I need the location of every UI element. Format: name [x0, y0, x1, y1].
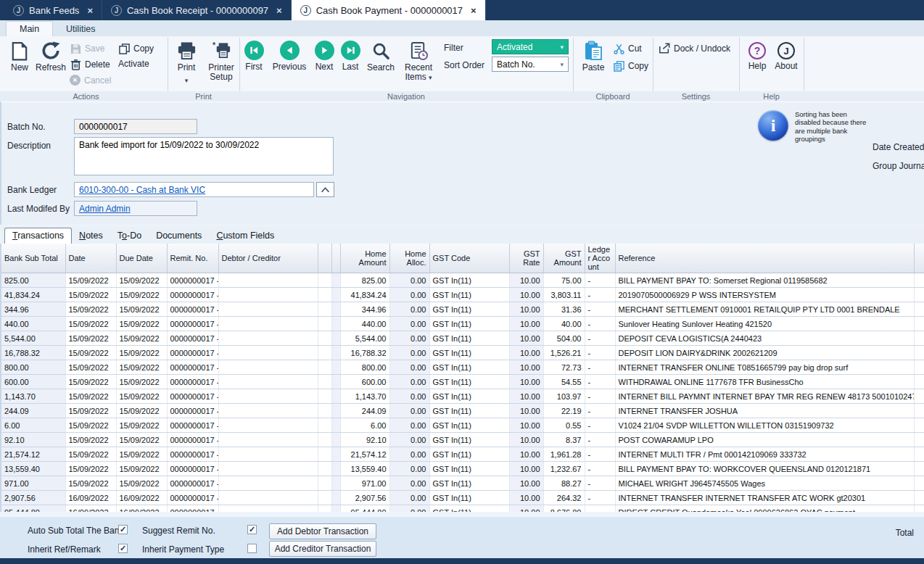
cell-end: [914, 302, 924, 317]
group-journal-label: Group Journa: [873, 161, 924, 171]
refresh-button[interactable]: Refresh: [35, 41, 67, 72]
app-j-icon: [111, 5, 122, 16]
col-gst-code[interactable]: GST Code: [429, 244, 509, 273]
cell-sub_total: 825.00: [1, 273, 65, 288]
transactions-grid: Bank Sub Total Date Due Date Remit. No. …: [0, 244, 924, 512]
transaction-row[interactable]: 971.0015/09/202215/09/20220000000017 - 5…: [1, 476, 924, 491]
col-ledger-account[interactable]: Ledger Account: [585, 244, 615, 273]
transaction-row[interactable]: 600.0015/09/202215/09/20220000000017 - 5…: [1, 375, 924, 389]
inherit-ref-checkbox[interactable]: [118, 544, 128, 553]
collapse-chevron-button[interactable]: [316, 182, 334, 197]
cut-button[interactable]: Cut: [613, 43, 642, 54]
cell-debtor: [218, 389, 318, 404]
copy-clipboard-button[interactable]: Copy: [613, 60, 648, 72]
cell-gst_rate: 10.00: [509, 476, 543, 491]
auto-sub-total-checkbox[interactable]: [118, 525, 128, 534]
last-button[interactable]: Last: [339, 41, 362, 72]
description-field[interactable]: Bank feed import for 15/09/2022 to 30/09…: [74, 137, 334, 175]
cell-home_amount: 92.10: [340, 433, 389, 447]
paste-button[interactable]: Paste: [579, 41, 608, 72]
activate-button[interactable]: Activate: [118, 59, 149, 69]
transaction-row[interactable]: 13,559.4015/09/202215/09/20220000000017 …: [1, 462, 924, 476]
dock-undock-button[interactable]: Dock / Undock: [659, 43, 730, 54]
bank-ledger-link[interactable]: 6010-300-00 - Cash at Bank VIC: [79, 185, 205, 195]
new-button[interactable]: New: [7, 41, 32, 72]
copy-record-button[interactable]: Copy: [118, 43, 154, 54]
transaction-row[interactable]: 825.0015/09/202215/09/20220000000017 - 4…: [1, 273, 924, 288]
close-icon[interactable]: [276, 5, 282, 16]
save-icon: [70, 43, 81, 54]
cell-gst_amount: 8.37: [543, 433, 585, 447]
cell-remit: 0000000017 - 5: [167, 505, 218, 512]
batch-no-field[interactable]: [74, 119, 197, 134]
col-debtor-creditor[interactable]: Debtor / Creditor: [218, 244, 318, 273]
ribbon-tab-utilities[interactable]: Utilities: [53, 22, 108, 36]
save-button[interactable]: Save: [70, 43, 104, 54]
bank-ledger-field[interactable]: 6010-300-00 - Cash at Bank VIC: [74, 182, 314, 197]
cell-sub_total: 6.00: [1, 418, 65, 433]
col-home-alloc[interactable]: Home Alloc.: [389, 244, 429, 273]
inherit-payment-checkbox[interactable]: [247, 544, 257, 553]
transaction-row[interactable]: 95,444.8016/09/202216/09/20220000000017 …: [1, 505, 924, 512]
transaction-row[interactable]: 41,834.2415/09/202215/09/20220000000017 …: [1, 288, 924, 302]
window-tab-cash-book-receipt[interactable]: Cash Book Receipt - 0000000097: [102, 0, 292, 20]
add-debtor-transaction-button[interactable]: Add Debtor Transaction: [269, 523, 376, 539]
col-remit-no[interactable]: Remit. No.: [167, 244, 218, 273]
add-creditor-transaction-button[interactable]: Add Creditor Transaction: [269, 541, 376, 557]
col-due-date[interactable]: Due Date: [116, 244, 167, 273]
transaction-row[interactable]: 440.0015/09/202215/09/20220000000017 - 4…: [1, 317, 924, 331]
col-gst-rate[interactable]: GST Rate: [509, 244, 543, 273]
about-button[interactable]: J About: [772, 42, 801, 71]
cell-debtor: [218, 418, 318, 433]
col-date[interactable]: Date: [65, 244, 116, 273]
next-button[interactable]: Next: [312, 41, 337, 72]
cell-ledger: -: [585, 317, 615, 331]
cancel-button[interactable]: × Cancel: [70, 75, 111, 86]
col-home-amount[interactable]: Home Amount: [340, 244, 389, 273]
tab-documents[interactable]: Documents: [149, 228, 209, 244]
transaction-row[interactable]: 2,907.5616/09/202216/09/20220000000017 -…: [1, 491, 924, 505]
sort-order-dropdown[interactable]: Batch No.▾: [492, 57, 569, 72]
cell-reference: INTERNET TRANSFER JOSHUA: [615, 404, 914, 418]
print-button[interactable]: Print: [172, 41, 201, 85]
search-button[interactable]: Search: [365, 41, 397, 72]
help-button[interactable]: ? Help: [746, 42, 769, 71]
transaction-row[interactable]: 92.1015/09/202215/09/20220000000017 - 59…: [1, 433, 924, 447]
cell-gst_code: GST In(11): [429, 462, 509, 476]
transaction-row[interactable]: 1,143.7015/09/202215/09/20220000000017 -…: [1, 389, 924, 404]
tab-to-do[interactable]: To-Do: [110, 228, 149, 244]
cell-gst_rate: 10.00: [509, 389, 543, 404]
cell-remit: 0000000017 - 4: [167, 317, 218, 331]
col-reference[interactable]: Reference: [615, 244, 914, 273]
tab-transactions[interactable]: Transactions: [4, 228, 72, 244]
cell-date: 15/09/2022: [65, 331, 116, 346]
transaction-row[interactable]: 244.0915/09/202215/09/20220000000017 - 5…: [1, 404, 924, 418]
printer-setup-button[interactable]: * PrinterSetup: [205, 41, 238, 82]
window-tab-cash-book-payment[interactable]: Cash Book Payment - 0000000017: [292, 0, 486, 20]
window-tab-bank-feeds[interactable]: Bank Feeds: [4, 0, 102, 20]
first-button[interactable]: First: [242, 41, 265, 72]
filter-dropdown[interactable]: Activated▾: [492, 39, 569, 54]
tab-custom-fields[interactable]: Custom Fields: [209, 228, 281, 244]
transaction-row[interactable]: 5,544.0015/09/202215/09/20220000000017 -…: [1, 331, 924, 346]
col-gst-amount[interactable]: GST Amount: [543, 244, 585, 273]
previous-button[interactable]: Previous: [269, 41, 310, 72]
delete-button[interactable]: Delete: [70, 59, 110, 70]
ribbon-tab-row: Main Utilities: [0, 20, 924, 36]
transaction-row[interactable]: 800.0015/09/202215/09/20220000000017 - 4…: [1, 360, 924, 375]
cell-end: [914, 505, 924, 512]
transaction-row[interactable]: 21,574.1215/09/202215/09/20220000000017 …: [1, 447, 924, 462]
transaction-row[interactable]: 16,788.3215/09/202215/09/20220000000017 …: [1, 346, 924, 360]
close-icon[interactable]: [471, 5, 477, 16]
ribbon-tab-main[interactable]: Main: [6, 21, 53, 36]
cell-end: [914, 317, 924, 331]
suggest-remit-checkbox[interactable]: [247, 525, 257, 534]
close-icon[interactable]: [87, 5, 93, 16]
tab-notes[interactable]: Notes: [72, 228, 110, 244]
cell-gst_code: GST In(11): [429, 476, 509, 491]
recent-items-button[interactable]: RecentItems: [401, 41, 436, 83]
col-bank-sub-total[interactable]: Bank Sub Total: [1, 244, 65, 273]
transaction-row[interactable]: 6.0015/09/202215/09/20220000000017 - 56.…: [1, 418, 924, 433]
transaction-row[interactable]: 344.9615/09/202215/09/20220000000017 - 4…: [1, 302, 924, 317]
last-modified-link[interactable]: Admin Admin: [79, 204, 131, 214]
